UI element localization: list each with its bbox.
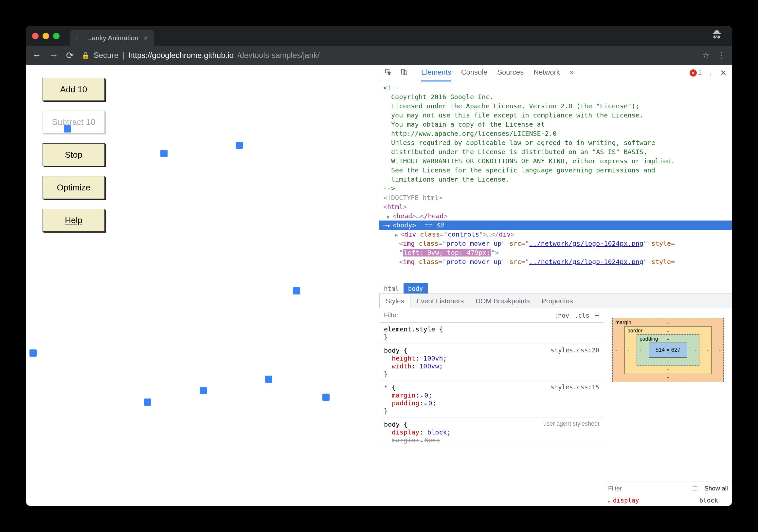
devtools-close-icon[interactable]: ✕: [720, 68, 727, 78]
page-icon: [77, 34, 83, 42]
mover-icon: [293, 287, 300, 294]
elements-tree[interactable]: <!-- Copyright 2016 Google Inc. Licensed…: [379, 81, 732, 283]
box-model-padding-label: padding: [639, 336, 658, 342]
tab-sources[interactable]: Sources: [497, 65, 524, 82]
styles-filter-input[interactable]: [384, 312, 549, 319]
tab-console[interactable]: Console: [461, 65, 488, 82]
url-path: /devtools-samples/jank/: [238, 51, 320, 60]
error-icon: ✕: [690, 69, 697, 77]
help-button[interactable]: Help: [43, 209, 105, 232]
cls-toggle[interactable]: .cls: [574, 312, 589, 319]
mover-icon: [322, 394, 329, 401]
comment-line: Licensed under the Apache License, Versi…: [379, 101, 732, 111]
browser-window: Janky Animation × ← → ⟳ 🔒 Secure | https…: [26, 26, 732, 506]
html-node[interactable]: <html>: [379, 202, 732, 211]
controls-panel: Add 10 Subtract 10 Stop Optimize Help: [43, 78, 362, 232]
rule-element-style[interactable]: element.style { }: [379, 323, 604, 344]
devtools-tabs: Elements Console Sources Network »: [421, 65, 574, 82]
div-controls-node[interactable]: <div class="controls">…</div>: [379, 230, 732, 239]
devtools-toolbar: Elements Console Sources Network » ✕ 1 ⋮…: [379, 65, 732, 81]
minimize-window-button[interactable]: [43, 33, 49, 39]
mover-icon: [144, 399, 151, 406]
computed-filter-input[interactable]: [608, 485, 686, 492]
subtab-event-listeners[interactable]: Event Listeners: [410, 294, 470, 308]
mover-icon: [160, 150, 168, 157]
traffic-lights: [32, 33, 59, 39]
show-all-label: Show all: [704, 485, 728, 492]
stop-button[interactable]: Stop: [43, 143, 105, 166]
rule-body-ua[interactable]: user agent stylesheet body { display: bl…: [379, 418, 604, 447]
rule-source-link[interactable]: styles.css:20: [550, 347, 599, 354]
error-badge[interactable]: ✕ 1: [690, 69, 702, 77]
star-icon[interactable]: ☆: [702, 50, 709, 60]
crumb-html[interactable]: html: [379, 283, 403, 293]
computed-filter-row: Show all: [604, 482, 732, 495]
mover-icon: [200, 387, 207, 394]
comment-line: you may not use this file except in comp…: [379, 111, 732, 120]
devtools-menu-icon[interactable]: ⋮: [707, 69, 714, 77]
devtools-panel: Elements Console Sources Network » ✕ 1 ⋮…: [379, 65, 732, 506]
tab-elements[interactable]: Elements: [421, 65, 451, 82]
tab-network[interactable]: Network: [534, 65, 560, 82]
box-model-content: 514 × 627: [649, 343, 687, 358]
incognito-icon: [711, 33, 723, 43]
tab-close-icon[interactable]: ×: [144, 34, 148, 42]
comment-line: <!--: [379, 83, 732, 92]
styles-rules: :hov .cls + element.style { } styles.css…: [379, 308, 604, 506]
head-node[interactable]: <head>…</head>: [379, 211, 732, 220]
show-all-checkbox[interactable]: [690, 486, 701, 490]
doctype-line: <!DOCTYPE html>: [379, 193, 732, 202]
subtab-styles[interactable]: Styles: [379, 293, 410, 309]
subtab-properties[interactable]: Properties: [536, 294, 579, 308]
forward-button[interactable]: →: [49, 50, 58, 60]
selector: element.style {: [384, 325, 599, 333]
browser-tab[interactable]: Janky Animation ×: [70, 30, 154, 46]
body-node-selected[interactable]: ⋯<body> == $0: [379, 220, 732, 230]
back-button[interactable]: ←: [32, 50, 41, 60]
computed-row[interactable]: display block: [608, 497, 728, 504]
error-count: 1: [698, 69, 702, 77]
comment-line: WITHOUT WARRANTIES OR CONDITIONS OF ANY …: [379, 156, 732, 166]
comment-line: See the License for the specific languag…: [379, 166, 732, 175]
styles-filter-row: :hov .cls +: [379, 308, 604, 323]
comment-line: distributed under the License is distrib…: [379, 147, 732, 156]
page-viewport: Add 10 Subtract 10 Stop Optimize Help: [26, 65, 379, 506]
comment-line: Unless required by applicable law or agr…: [379, 138, 732, 147]
subtab-dom-breakpoints[interactable]: DOM Breakpoints: [470, 294, 536, 308]
add-10-button[interactable]: Add 10: [43, 78, 105, 101]
reload-button[interactable]: ⟳: [66, 50, 74, 61]
close-window-button[interactable]: [32, 33, 39, 39]
img-node-1[interactable]: <img class="proto mover up" src="../netw…: [379, 239, 732, 248]
lock-icon: 🔒: [82, 51, 90, 59]
hov-toggle[interactable]: :hov: [554, 312, 569, 319]
mover-icon: [236, 142, 243, 149]
maximize-window-button[interactable]: [53, 33, 59, 39]
rule-star[interactable]: styles.css:15 * { margin:0; padding:0; }: [379, 381, 604, 418]
ua-stylesheet-label: user agent stylesheet: [543, 420, 599, 427]
img-node-1-style[interactable]: "left: 0vw; top: 479px;">: [379, 248, 732, 257]
crumb-body[interactable]: body: [403, 283, 428, 293]
titlebar: Janky Animation ×: [26, 26, 732, 46]
content-area: Add 10 Subtract 10 Stop Optimize Help: [26, 65, 732, 506]
rule-source-link[interactable]: styles.css:15: [550, 383, 599, 391]
menu-icon[interactable]: ⋮: [717, 50, 726, 60]
styles-subtabs: Styles Event Listeners DOM Breakpoints P…: [379, 294, 732, 308]
img-node-2[interactable]: <img class="proto mover up" src="../netw…: [379, 257, 732, 266]
comment-line: limitations under the License.: [379, 175, 732, 184]
optimize-button[interactable]: Optimize: [43, 176, 105, 199]
elements-breadcrumb: html body: [379, 283, 732, 294]
box-model[interactable]: margin - - - - border - - - -: [604, 308, 732, 482]
rule-body[interactable]: styles.css:20 body { height: 100vh; widt…: [379, 344, 604, 381]
device-toggle-icon[interactable]: [400, 68, 407, 78]
url-host: https://googlechrome.github.io: [128, 51, 234, 60]
comment-line: You may obtain a copy of the License at: [379, 120, 732, 129]
subtract-10-button[interactable]: Subtract 10: [43, 111, 105, 133]
new-rule-button[interactable]: +: [595, 311, 599, 320]
tab-title: Janky Animation: [88, 34, 138, 42]
tab-more[interactable]: »: [570, 65, 574, 82]
styles-area: :hov .cls + element.style { } styles.css…: [379, 308, 732, 506]
secure-label: Secure: [94, 51, 119, 60]
url-field[interactable]: 🔒 Secure | https://googlechrome.github.i…: [82, 51, 694, 60]
inspect-icon[interactable]: [385, 68, 392, 78]
comment-line: http://www.apache.org/licenses/LICENSE-2…: [379, 129, 732, 138]
